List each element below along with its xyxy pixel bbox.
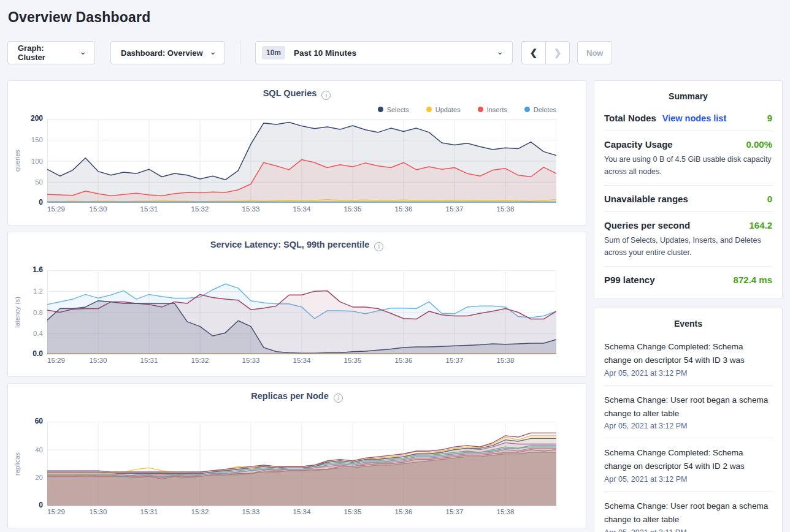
prev-time-button[interactable]: ❮ [521,41,546,64]
chevron-down-icon: ⌄ [496,47,504,56]
y-axis-ticks: 0204060 [26,422,47,506]
event-text: Schema Change: User root began a schema … [604,393,772,420]
now-button-label: Now [586,48,603,58]
legend-dot-icon [426,107,432,112]
x-tick-label: 15:33 [242,205,260,213]
main-content: SQL Queriesi Selects Updates Inserts Del… [7,80,783,532]
summary-value: 0.00% [746,139,772,150]
chart-title: Replicas per Node [251,391,329,401]
x-tick-label: 15:29 [47,508,65,515]
chevron-right-icon: ❯ [554,47,562,58]
summary-panel: Summary Total Nodes View nodes list 9 Ca… [594,80,783,299]
x-tick-label: 15:32 [191,205,209,213]
x-tick-label: 15:29 [47,357,65,364]
event-item: Schema Change Completed: Schema change o… [604,332,772,386]
chart-plot[interactable] [47,270,556,354]
summary-label: Total Nodes [604,113,656,123]
x-tick-label: 15:32 [191,357,209,364]
view-nodes-list-link[interactable]: View nodes list [662,113,727,123]
summary-value: 164.2 [749,220,772,230]
x-tick-label: 15:36 [395,508,413,515]
x-tick-label: 15:37 [446,508,464,515]
summary-row-p99-latency: P99 latency 872.4 ms [604,267,772,292]
time-range-dropdown[interactable]: 10m Past 10 Minutes ⌄ [255,41,513,64]
y-tick-label: 20 [35,474,43,481]
x-tick-label: 15:37 [446,357,464,364]
x-tick-label: 15:30 [90,357,107,364]
y-axis-label: latency (s) [13,297,21,328]
event-timestamp: Apr 05, 2021 at 3:11 PM [604,528,772,532]
summary-row-capacity: Capacity Usage 0.00% You are using 0 B o… [604,131,772,186]
info-icon[interactable]: i [321,91,331,100]
summary-value: 9 [767,113,772,123]
service-latency-chart-card: Service Latency: SQL, 99th percentilei l… [7,232,586,377]
event-timestamp: Apr 05, 2021 at 3:12 PM [604,422,772,430]
event-timestamp: Apr 05, 2021 at 3:12 PM [604,369,772,378]
y-axis-ticks: 0.00.40.81.21.6 [26,270,47,354]
time-range-badge: 10m [262,46,285,59]
summary-row-qps: Queries per second 164.2 Sum of Selects,… [604,212,772,267]
legend-dot-icon [524,107,530,112]
y-tick-label: 0.0 [33,349,43,358]
x-axis-ticks: 15:2915:3015:3115:3215:3315:3415:3515:36… [47,205,556,215]
next-time-button[interactable]: ❯ [545,41,570,64]
y-tick-label: 60 [35,417,43,425]
x-axis-ticks: 15:2915:3015:3115:3215:3315:3415:3515:36… [47,357,556,367]
summary-label: P99 latency [604,275,655,285]
chart-plot[interactable] [47,422,556,506]
y-tick-label: 0.8 [33,309,43,316]
x-tick-label: 15:30 [90,508,107,515]
x-axis-ticks: 15:2915:3015:3115:3215:3315:3415:3515:36… [47,508,556,518]
legend-label: Updates [435,106,461,113]
x-tick-label: 15:38 [497,205,515,213]
x-tick-label: 15:38 [497,508,515,515]
y-tick-label: 100 [31,158,43,165]
summary-value: 872.4 ms [734,275,772,285]
y-tick-label: 1.6 [33,265,43,274]
events-title: Events [604,317,772,332]
x-tick-label: 15:35 [344,205,362,213]
x-tick-label: 15:29 [47,205,65,213]
y-tick-label: 200 [31,114,43,123]
summary-description: Sum of Selects, Updates, Inserts, and De… [604,234,772,259]
dashboard-dropdown[interactable]: Dashboard: Overview ⌄ [110,41,225,64]
now-button[interactable]: Now [577,41,612,64]
y-axis-label: queries [13,150,21,172]
event-timestamp: Apr 05, 2021 at 3:12 PM [604,475,772,484]
y-tick-label: 0 [39,501,43,509]
graph-dropdown[interactable]: Graph: Cluster ⌄ [7,41,95,64]
chart-title: Service Latency: SQL, 99th percentile [210,240,370,249]
event-text: Schema Change Completed: Schema change o… [604,446,772,473]
summary-row-unavailable-ranges: Unavailable ranges 0 [604,186,772,212]
legend-item: Selects [378,105,409,114]
event-item: Schema Change: User root began a schema … [604,386,772,439]
x-tick-label: 15:34 [293,205,311,213]
x-tick-label: 15:35 [344,508,362,515]
x-tick-label: 15:38 [497,357,515,364]
replicas-per-node-chart-card: Replicas per Nodei replicas 0204060 15:2… [7,383,586,528]
chart-plot[interactable] [47,119,556,203]
info-icon[interactable]: i [374,242,383,251]
time-range-label: Past 10 Minutes [294,48,356,58]
summary-title: Summary [604,90,772,105]
x-tick-label: 15:34 [293,357,311,364]
chevron-down-icon: ⌄ [209,47,217,56]
time-nav-arrows: ❮ ❯ [521,41,570,64]
summary-row-total-nodes: Total Nodes View nodes list 9 [604,105,772,131]
toolbar: Graph: Cluster ⌄ Dashboard: Overview ⌄ 1… [7,41,783,64]
chart-title: SQL Queries [263,88,317,98]
y-axis-ticks: 050100150200 [26,119,47,203]
legend-item: Deletes [524,105,556,114]
x-tick-label: 15:33 [242,357,260,364]
event-text: Schema Change: User root began a schema … [604,500,772,526]
legend-dot-icon [478,107,483,112]
sql-queries-chart-card: SQL Queriesi Selects Updates Inserts Del… [7,80,586,226]
y-tick-label: 150 [31,136,43,143]
events-panel: Events Schema Change Completed: Schema c… [594,308,783,532]
info-icon[interactable]: i [334,393,343,403]
y-tick-label: 40 [35,446,43,454]
y-tick-label: 0 [39,198,43,207]
x-tick-label: 15:31 [140,205,158,213]
chevron-down-icon: ⌄ [79,47,86,56]
y-tick-label: 50 [35,178,43,186]
